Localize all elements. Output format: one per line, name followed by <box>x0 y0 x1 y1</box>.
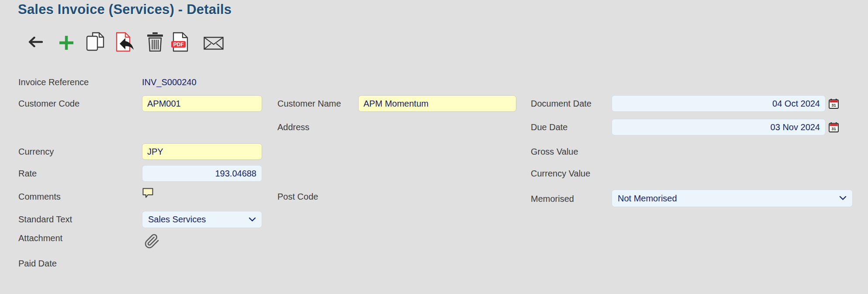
memorised-select[interactable]: Not Memorised <box>612 190 853 207</box>
document-date-picker-button[interactable]: 31 <box>829 99 839 109</box>
comments-button[interactable] <box>142 188 153 198</box>
paid-date-label: Paid Date <box>18 255 57 272</box>
page-title: Sales Invoice (Services) - Details <box>18 2 232 17</box>
customer-code-input[interactable] <box>142 95 262 112</box>
paperclip-icon <box>144 246 160 253</box>
memorised-label: Memorised <box>531 190 574 208</box>
due-date-label: Due Date <box>531 119 568 135</box>
customer-name-input[interactable] <box>358 95 516 112</box>
customer-code-label: Customer Code <box>18 95 80 112</box>
document-date-input[interactable] <box>612 95 826 112</box>
credit-return-button[interactable] <box>115 32 136 52</box>
document-date-label: Document Date <box>531 95 591 112</box>
address-label: Address <box>277 119 309 135</box>
pdf-icon: PDF <box>171 47 189 53</box>
comments-label: Comments <box>18 188 61 205</box>
back-button[interactable] <box>28 37 43 47</box>
svg-text:PDF: PDF <box>173 42 184 48</box>
comment-bubble-icon <box>142 193 153 200</box>
envelope-icon <box>204 45 224 51</box>
rate-label: Rate <box>18 165 37 182</box>
copy-button[interactable] <box>86 32 104 51</box>
trash-icon <box>147 46 163 53</box>
chevron-down-icon <box>839 194 847 202</box>
currency-value-label: Currency Value <box>531 165 590 182</box>
standard-text-selected-value: Sales Services <box>148 214 206 225</box>
currency-label: Currency <box>18 143 54 160</box>
standard-text-label: Standard Text <box>18 211 72 228</box>
delete-button[interactable] <box>147 32 163 52</box>
credit-return-document-icon <box>115 47 136 53</box>
calendar-icon: 31 <box>829 127 839 134</box>
rate-input[interactable] <box>142 165 262 182</box>
attachment-button[interactable] <box>144 231 160 252</box>
memorised-selected-value: Not Memorised <box>618 194 677 204</box>
chevron-down-icon <box>249 216 256 224</box>
add-button[interactable] <box>59 35 74 51</box>
email-button[interactable] <box>204 37 224 50</box>
calendar-icon: 31 <box>829 104 839 110</box>
export-pdf-button[interactable]: PDF <box>171 32 189 52</box>
due-date-picker-button[interactable]: 31 <box>829 122 839 132</box>
standard-text-select[interactable]: Sales Services <box>142 211 262 228</box>
invoice-reference-label: Invoice Reference <box>18 74 89 90</box>
svg-text:31: 31 <box>831 103 836 107</box>
svg-text:31: 31 <box>831 126 836 131</box>
copy-documents-icon <box>86 46 104 52</box>
post-code-label: Post Code <box>277 188 318 205</box>
gross-value-label: Gross Value <box>531 143 578 160</box>
attachment-label: Attachment <box>18 230 62 246</box>
due-date-input[interactable] <box>612 119 826 135</box>
customer-name-label: Customer Name <box>277 95 341 112</box>
back-arrow-icon <box>28 42 43 48</box>
currency-input[interactable] <box>142 143 262 160</box>
add-plus-icon <box>59 45 74 52</box>
invoice-reference-value: INV_S000240 <box>142 74 197 90</box>
